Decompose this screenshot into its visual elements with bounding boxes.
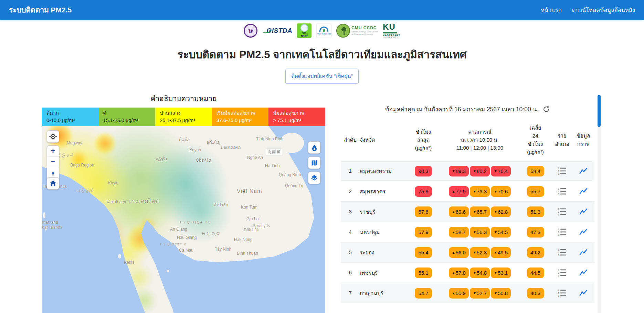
up-trend-icon: ▲ <box>452 190 455 193</box>
navbar-brand[interactable]: ระบบติดตาม PM2.5 <box>9 4 72 16</box>
district-list-button[interactable]: 123 <box>558 208 567 216</box>
latest-cell: 67.6 <box>406 206 441 217</box>
map-home-button[interactable] <box>47 177 59 190</box>
map-label: man and <box>42 220 58 225</box>
graph-cell <box>572 208 594 215</box>
map-label: Tây Ninh <box>215 247 231 252</box>
legend-range: 0-15.0 µg/m³ <box>46 117 94 124</box>
map[interactable]: Magwayခိုင်ပြည်နယ်Bago Regionနေပြည်တော်K… <box>42 126 325 313</box>
svg-text:2: 2 <box>558 190 559 193</box>
zoom-in-button[interactable]: + <box>47 146 59 156</box>
folded-map-icon <box>311 159 318 166</box>
svg-text:1: 1 <box>558 167 559 170</box>
map-label: ປະເທດລາວ <box>221 145 241 150</box>
map-label: နေပြည်တော် <box>76 188 93 193</box>
map-label: Bình Thuận <box>237 251 258 256</box>
avg24-cell: 55.7 <box>519 186 552 197</box>
province-cell: นครปฐม <box>360 228 406 236</box>
nav-download-history[interactable]: ดาวน์โหลดข้อมูลย้อนหลัง <box>572 6 635 14</box>
down-trend-icon: ▼ <box>473 271 476 275</box>
graph-data-button[interactable] <box>579 228 588 236</box>
nrct-logo[interactable]: วช. NRCT <box>297 23 312 38</box>
map-label: Perlis <box>124 260 134 265</box>
pm25-value: 75.8 <box>418 189 428 194</box>
table-row: 4นครปฐม57.9▲58.7▼56.3▼54.547.3123 <box>341 222 594 242</box>
district-list-button[interactable]: 123 <box>558 289 567 297</box>
up-trend-icon: ▲ <box>452 291 455 295</box>
down-trend-icon: ▼ <box>473 291 476 295</box>
table-header-cell: ข้อมูล กราฟ <box>572 132 594 148</box>
district-cell: 123 <box>552 269 572 277</box>
numbered-list-icon: 123 <box>558 228 567 236</box>
latest-cell: 55.1 <box>406 267 441 278</box>
rank-cell: 3 <box>341 209 360 215</box>
legend-item: ปานกลาง25.1-37.5 µg/m³ <box>155 108 212 126</box>
navbar: ระบบติดตาม PM2.5 หน้าแรกดาวน์โหลดข้อมูลย… <box>0 0 644 20</box>
pm25-value: 90.3 <box>418 168 428 174</box>
map-label: ខេត្តសៀមរាប <box>182 220 211 225</box>
refresh-icon[interactable] <box>542 105 550 113</box>
pm25-badge: 55.1 <box>415 267 432 278</box>
graph-cell <box>572 228 594 236</box>
nrct-line1: วช. <box>302 32 306 35</box>
zoom-out-button[interactable]: − <box>47 156 59 167</box>
map-label: Quảng Bình <box>279 172 301 177</box>
map-label: Hậu Giang <box>177 235 197 240</box>
pcd-emblem-icon: กรมควบคุมมลพิษ <box>316 23 331 38</box>
district-list-button[interactable]: 123 <box>558 248 567 256</box>
graph-data-button[interactable] <box>579 188 588 195</box>
graph-data-button[interactable] <box>579 289 588 297</box>
graph-data-button[interactable] <box>579 208 588 215</box>
forecast-badge: ▼65.7 <box>470 206 490 217</box>
forecast-badge: ▲56.0 <box>449 247 469 258</box>
pm25-value: 80.2 <box>477 168 487 174</box>
forecast-badge: ▼70.6 <box>491 186 511 197</box>
down-trend-icon: ▼ <box>494 190 497 193</box>
nav-home[interactable]: หน้าแรก <box>541 6 562 14</box>
cmu-texts: CMU CCDC Climate Change Data Center at C… <box>351 26 378 36</box>
graph-data-button[interactable] <box>579 249 588 256</box>
table-scrollbar[interactable] <box>598 95 601 313</box>
pcd-arch-icon <box>319 27 328 32</box>
hotspot-layer-button[interactable] <box>308 141 320 154</box>
locate-me-button[interactable] <box>47 130 59 143</box>
district-list-button[interactable]: 123 <box>558 167 567 175</box>
legend-item: ดีมาก0-15.0 µg/m³ <box>42 108 99 126</box>
down-trend-icon: ▼ <box>473 230 476 234</box>
pm25-value: 77.9 <box>456 189 466 194</box>
cmu-ccdc-logo[interactable]: CMU CCDC Climate Change Data Center at C… <box>336 24 378 38</box>
cmu-sub2: at Chiangmai University <box>351 33 378 36</box>
map-label: Tỉnh Ninh Bình <box>256 137 283 141</box>
pm25-badge: 51.3 <box>527 206 544 217</box>
map-label: Tanintharyi <box>106 199 126 204</box>
ku-logo[interactable]: KU KASETSART UNIVERSITY <box>383 23 400 39</box>
forecast-badge: ▲57.0 <box>449 267 469 278</box>
home-icon <box>49 180 57 187</box>
install-app-button[interactable]: ติดตั้งแอปพลิเคชัน "เช็คฝุ่น" <box>285 69 359 84</box>
district-list-button[interactable]: 123 <box>558 269 567 277</box>
graph-data-button[interactable] <box>579 167 588 175</box>
table-header-cell: ราย อำเภอ <box>552 132 572 148</box>
legend-title: คำอธิบายความหมาย <box>42 93 325 104</box>
scrollbar-thumb[interactable] <box>598 95 601 127</box>
latest-cell: 75.8 <box>406 186 441 197</box>
logos-row: ษ GISTDA วช. NRCT กรมควบคุมมลพิษ CMU CCD… <box>0 22 644 40</box>
mhesi-logo[interactable]: ษ <box>244 24 257 38</box>
graph-data-button[interactable] <box>579 269 588 276</box>
svg-text:1: 1 <box>558 269 559 271</box>
down-trend-icon: ▼ <box>494 230 497 234</box>
district-list-button[interactable]: 123 <box>558 228 567 236</box>
pcd-logo[interactable]: กรมควบคุมมลพิษ <box>316 23 331 38</box>
pm25-value: 55.4 <box>418 250 428 255</box>
layers-button[interactable] <box>308 172 320 184</box>
ku-title: KU <box>383 23 395 31</box>
district-list-button[interactable]: 123 <box>558 187 567 195</box>
gistda-logo[interactable]: GISTDA <box>262 27 292 34</box>
district-cell: 123 <box>552 248 572 256</box>
forecast-badge: ▼54.5 <box>491 227 511 238</box>
table-header: ลำดับจังหวัดชั่วโมง ล่าสุด (µg/m³)คาดการ… <box>341 120 594 161</box>
legend-item: ดี15.1-25.0 µg/m³ <box>99 108 156 126</box>
map-label: Đắk Nông <box>234 237 252 242</box>
basemap-button[interactable] <box>308 156 320 169</box>
mhesi-emblem-icon: ษ <box>244 24 257 38</box>
